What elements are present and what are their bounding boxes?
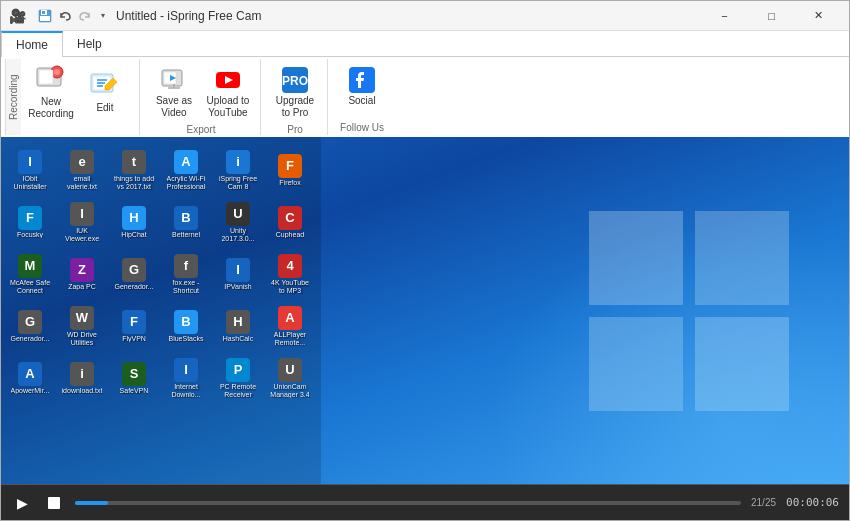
desktop-icon[interactable]: FFlyVPN [109, 301, 159, 351]
export-group: Save asVideo Upload toYouTube Export [142, 59, 261, 135]
desktop-icon[interactable]: WWD Drive Utilities [57, 301, 107, 351]
desktop-simulation: IIObit Uninstallereemail valerie.txttthi… [1, 137, 849, 484]
social-icon [348, 66, 376, 94]
desktop-icon[interactable]: UUnionCam Manager 3.4 [265, 353, 315, 403]
qa-redo-btn[interactable] [76, 7, 94, 25]
pro-group: PRO Upgradeto Pro Pro [263, 59, 328, 135]
edit-icon [89, 68, 121, 100]
recording-group-content: NewRecording [21, 59, 135, 135]
title-bar: 🎥 ▾ Untitled - iSpring Free Cam − □ ✕ [1, 1, 849, 31]
close-btn[interactable]: ✕ [796, 6, 841, 26]
title-bar-left: 🎥 ▾ Untitled - iSpring Free Cam [9, 7, 261, 25]
desktop-icon[interactable]: GGenerador... [5, 301, 55, 351]
desktop-icon[interactable]: ffox.exe - Shortcut [161, 249, 211, 299]
time-display: 00:00:06 [786, 496, 839, 509]
qa-save-btn[interactable] [36, 7, 54, 25]
desktop-icon[interactable]: AALLPlayer Remote... [265, 301, 315, 351]
social-label: Social [348, 95, 375, 107]
upgrade-pro-label: Upgradeto Pro [276, 95, 314, 119]
save-as-video-icon [160, 66, 188, 94]
desktop-icon[interactable]: 44K YouTube to MP3 [265, 249, 315, 299]
desktop-icon[interactable]: AApowerMir... [5, 353, 55, 403]
desktop-icon[interactable]: HHipChat [109, 197, 159, 247]
follow-us-group-items: Social [336, 61, 388, 120]
pro-group-items: PRO Upgradeto Pro [269, 61, 321, 122]
desktop-icon[interactable]: IIPVanish [213, 249, 263, 299]
svg-rect-23 [589, 317, 683, 411]
tab-home[interactable]: Home [1, 31, 63, 57]
desktop-icon[interactable]: SSafeVPN [109, 353, 159, 403]
minimize-btn[interactable]: − [702, 6, 747, 26]
desktop-icons: IIObit Uninstallereemail valerie.txttthi… [1, 137, 321, 484]
desktop-icon[interactable]: BBlueStacks [161, 301, 211, 351]
ribbon-content: Recording [1, 57, 849, 137]
pro-group-label: Pro [269, 122, 321, 135]
upload-youtube-button[interactable]: Upload toYouTube [202, 63, 254, 122]
svg-rect-6 [39, 70, 53, 84]
video-container: IIObit Uninstallereemail valerie.txttthi… [1, 137, 849, 484]
desktop-icon[interactable]: iiSpring Free Cam 8 [213, 145, 263, 195]
desktop-icon[interactable]: PPC Remote Receiver [213, 353, 263, 403]
window-title: Untitled - iSpring Free Cam [116, 9, 261, 23]
desktop-icon[interactable]: IIUK Viewer.exe [57, 197, 107, 247]
desktop-icon[interactable]: eemail valerie.txt [57, 145, 107, 195]
desktop-icon[interactable]: CCuphead [265, 197, 315, 247]
desktop-icon[interactable]: IInternet Downlo... [161, 353, 211, 403]
svg-text:PRO: PRO [282, 74, 308, 88]
desktop-icon[interactable]: HHashCalc [213, 301, 263, 351]
app-window: 🎥 ▾ Untitled - iSpring Free Cam − □ ✕ [0, 0, 850, 521]
ribbon-area: Home Help Recording [1, 31, 849, 137]
svg-rect-22 [695, 211, 789, 305]
qa-undo-btn[interactable] [56, 7, 74, 25]
title-bar-controls: − □ ✕ [702, 6, 841, 26]
bottom-bar: ▶ 21/25 00:00:06 [1, 484, 849, 520]
follow-us-group-label: Follow Us [336, 120, 388, 133]
stop-button[interactable] [43, 492, 65, 514]
upgrade-pro-button[interactable]: PRO Upgradeto Pro [269, 63, 321, 122]
svg-rect-2 [42, 11, 45, 14]
content-area: IIObit Uninstallereemail valerie.txttthi… [1, 137, 849, 520]
desktop-icon[interactable]: FFocusky [5, 197, 55, 247]
edit-button[interactable]: Edit [79, 63, 131, 119]
desktop-icon[interactable]: IIObit Uninstaller [5, 145, 55, 195]
svg-rect-3 [40, 16, 50, 21]
play-button[interactable]: ▶ [11, 492, 33, 514]
play-icon: ▶ [17, 495, 28, 511]
desktop-icon[interactable]: UUnity 2017.3.0... [213, 197, 263, 247]
desktop-icon[interactable]: tthings to add vs 2017.txt [109, 145, 159, 195]
qa-dropdown-btn[interactable]: ▾ [96, 7, 110, 25]
follow-us-group: Social Follow Us [330, 59, 394, 135]
main-area: IIObit Uninstallereemail valerie.txttthi… [1, 137, 849, 520]
upgrade-pro-icon: PRO [281, 66, 309, 94]
edit-label: Edit [96, 102, 113, 114]
tab-help[interactable]: Help [63, 31, 116, 57]
recording-label: Recording [5, 59, 21, 135]
timeline-bar[interactable] [75, 501, 741, 505]
svg-rect-21 [589, 211, 683, 305]
desktop-icon[interactable]: GGenerador... [109, 249, 159, 299]
social-button[interactable]: Social [336, 63, 388, 110]
upload-youtube-label: Upload toYouTube [207, 95, 250, 119]
stop-icon [48, 497, 60, 509]
desktop-icon[interactable]: BBetternel [161, 197, 211, 247]
desktop-icon[interactable]: iidownload.txt [57, 353, 107, 403]
upload-youtube-icon [214, 66, 242, 94]
export-group-items: Save asVideo Upload toYouTube [148, 61, 254, 122]
timeline-counter: 21/25 [751, 497, 776, 508]
export-group-label: Export [148, 122, 254, 135]
maximize-btn[interactable]: □ [749, 6, 794, 26]
desktop-icon[interactable]: FFirefox [265, 145, 315, 195]
windows-logo [589, 211, 789, 411]
recording-group: Recording [5, 59, 140, 135]
recording-group-items: NewRecording [25, 61, 131, 133]
timeline-progress [75, 501, 108, 505]
new-recording-label: NewRecording [28, 96, 74, 120]
app-icon: 🎥 [9, 8, 26, 24]
desktop-icon[interactable]: AAcrylic Wi-Fi Professional [161, 145, 211, 195]
desktop-icon[interactable]: MMcAfee Safe Connect [5, 249, 55, 299]
save-as-video-button[interactable]: Save asVideo [148, 63, 200, 122]
save-as-video-label: Save asVideo [156, 95, 192, 119]
new-recording-button[interactable]: NewRecording [25, 63, 77, 119]
svg-point-7 [54, 69, 60, 75]
desktop-icon[interactable]: ZZapa PC [57, 249, 107, 299]
